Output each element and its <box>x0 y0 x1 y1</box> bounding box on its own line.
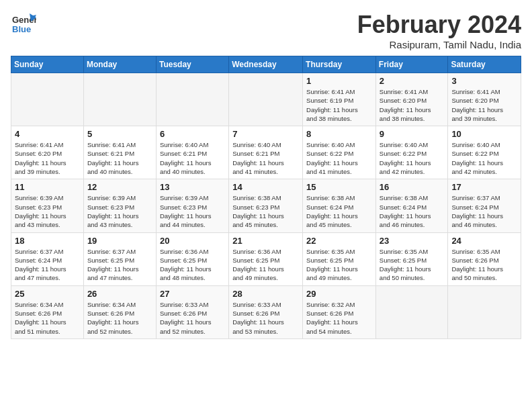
day-number: 4 <box>15 129 80 139</box>
day-number: 9 <box>380 129 445 139</box>
weekday-header: Friday <box>375 56 448 73</box>
calendar-cell: 1Sunrise: 6:41 AM Sunset: 6:19 PM Daylig… <box>303 73 376 126</box>
day-number: 27 <box>160 289 225 299</box>
calendar-cell: 7Sunrise: 6:40 AM Sunset: 6:21 PM Daylig… <box>229 126 303 179</box>
calendar-cell: 11Sunrise: 6:39 AM Sunset: 6:23 PM Dayli… <box>11 179 84 232</box>
day-info: Sunrise: 6:40 AM Sunset: 6:22 PM Dayligh… <box>451 140 517 176</box>
day-info: Sunrise: 6:36 AM Sunset: 6:25 PM Dayligh… <box>160 247 225 283</box>
day-number: 18 <box>15 236 80 246</box>
calendar-cell: 29Sunrise: 6:32 AM Sunset: 6:26 PM Dayli… <box>303 285 376 338</box>
day-info: Sunrise: 6:39 AM Sunset: 6:23 PM Dayligh… <box>160 193 225 229</box>
day-info: Sunrise: 6:40 AM Sunset: 6:21 PM Dayligh… <box>232 140 299 176</box>
day-info: Sunrise: 6:38 AM Sunset: 6:24 PM Dayligh… <box>306 193 372 229</box>
day-number: 15 <box>306 182 372 192</box>
day-number: 12 <box>87 182 152 192</box>
calendar-cell: 9Sunrise: 6:40 AM Sunset: 6:22 PM Daylig… <box>375 126 448 179</box>
logo-icon: General Blue <box>11 11 36 36</box>
calendar-cell <box>83 73 156 126</box>
calendar-cell <box>448 285 521 338</box>
weekday-header: Tuesday <box>156 56 228 73</box>
calendar-week-row: 18Sunrise: 6:37 AM Sunset: 6:24 PM Dayli… <box>11 232 521 285</box>
day-number: 6 <box>160 129 225 139</box>
calendar-cell <box>156 73 228 126</box>
calendar-week-row: 25Sunrise: 6:34 AM Sunset: 6:26 PM Dayli… <box>11 285 521 338</box>
day-info: Sunrise: 6:41 AM Sunset: 6:21 PM Dayligh… <box>87 140 152 176</box>
day-number: 21 <box>232 236 299 246</box>
day-number: 22 <box>306 236 372 246</box>
day-number: 3 <box>451 76 517 86</box>
weekday-header: Monday <box>83 56 156 73</box>
calendar-cell: 21Sunrise: 6:36 AM Sunset: 6:25 PM Dayli… <box>229 232 303 285</box>
calendar-cell: 10Sunrise: 6:40 AM Sunset: 6:22 PM Dayli… <box>448 126 521 179</box>
day-number: 10 <box>451 129 517 139</box>
day-number: 17 <box>451 182 517 192</box>
calendar-cell: 25Sunrise: 6:34 AM Sunset: 6:26 PM Dayli… <box>11 285 84 338</box>
calendar-cell: 22Sunrise: 6:35 AM Sunset: 6:25 PM Dayli… <box>303 232 376 285</box>
calendar-cell: 16Sunrise: 6:38 AM Sunset: 6:24 PM Dayli… <box>375 179 448 232</box>
day-info: Sunrise: 6:33 AM Sunset: 6:26 PM Dayligh… <box>232 300 299 336</box>
day-number: 14 <box>232 182 299 192</box>
calendar-cell: 8Sunrise: 6:40 AM Sunset: 6:22 PM Daylig… <box>303 126 376 179</box>
day-info: Sunrise: 6:34 AM Sunset: 6:26 PM Dayligh… <box>87 300 152 336</box>
calendar-week-row: 4Sunrise: 6:41 AM Sunset: 6:20 PM Daylig… <box>11 126 521 179</box>
calendar-cell: 15Sunrise: 6:38 AM Sunset: 6:24 PM Dayli… <box>303 179 376 232</box>
day-number: 7 <box>232 129 299 139</box>
calendar-cell: 4Sunrise: 6:41 AM Sunset: 6:20 PM Daylig… <box>11 126 84 179</box>
weekday-header: Saturday <box>448 56 521 73</box>
calendar-cell: 14Sunrise: 6:38 AM Sunset: 6:23 PM Dayli… <box>229 179 303 232</box>
day-info: Sunrise: 6:39 AM Sunset: 6:23 PM Dayligh… <box>87 193 152 229</box>
weekday-header: Sunday <box>11 56 84 73</box>
logo: General Blue <box>11 11 36 36</box>
calendar-cell: 26Sunrise: 6:34 AM Sunset: 6:26 PM Dayli… <box>83 285 156 338</box>
day-number: 25 <box>15 289 80 299</box>
day-info: Sunrise: 6:38 AM Sunset: 6:23 PM Dayligh… <box>232 193 299 229</box>
calendar-cell: 17Sunrise: 6:37 AM Sunset: 6:24 PM Dayli… <box>448 179 521 232</box>
day-info: Sunrise: 6:41 AM Sunset: 6:20 PM Dayligh… <box>380 87 445 123</box>
calendar-cell: 28Sunrise: 6:33 AM Sunset: 6:26 PM Dayli… <box>229 285 303 338</box>
day-info: Sunrise: 6:32 AM Sunset: 6:26 PM Dayligh… <box>306 300 372 336</box>
day-info: Sunrise: 6:34 AM Sunset: 6:26 PM Dayligh… <box>15 300 80 336</box>
calendar-title: February 2024 <box>357 11 521 39</box>
day-info: Sunrise: 6:41 AM Sunset: 6:20 PM Dayligh… <box>15 140 80 176</box>
calendar-cell: 23Sunrise: 6:35 AM Sunset: 6:25 PM Dayli… <box>375 232 448 285</box>
day-number: 29 <box>306 289 372 299</box>
calendar-cell: 6Sunrise: 6:40 AM Sunset: 6:21 PM Daylig… <box>156 126 228 179</box>
day-info: Sunrise: 6:40 AM Sunset: 6:22 PM Dayligh… <box>306 140 372 176</box>
calendar-subtitle: Rasipuram, Tamil Nadu, India <box>357 39 521 50</box>
day-number: 2 <box>380 76 445 86</box>
calendar-cell: 2Sunrise: 6:41 AM Sunset: 6:20 PM Daylig… <box>375 73 448 126</box>
day-info: Sunrise: 6:39 AM Sunset: 6:23 PM Dayligh… <box>15 193 80 229</box>
day-info: Sunrise: 6:35 AM Sunset: 6:26 PM Dayligh… <box>451 247 517 283</box>
calendar-cell: 24Sunrise: 6:35 AM Sunset: 6:26 PM Dayli… <box>448 232 521 285</box>
day-number: 11 <box>15 182 80 192</box>
calendar-cell: 19Sunrise: 6:37 AM Sunset: 6:25 PM Dayli… <box>83 232 156 285</box>
day-number: 26 <box>87 289 152 299</box>
calendar-header-row: SundayMondayTuesdayWednesdayThursdayFrid… <box>11 56 521 73</box>
day-info: Sunrise: 6:37 AM Sunset: 6:24 PM Dayligh… <box>15 247 80 283</box>
calendar-cell: 5Sunrise: 6:41 AM Sunset: 6:21 PM Daylig… <box>83 126 156 179</box>
calendar-cell: 27Sunrise: 6:33 AM Sunset: 6:26 PM Dayli… <box>156 285 228 338</box>
calendar-week-row: 11Sunrise: 6:39 AM Sunset: 6:23 PM Dayli… <box>11 179 521 232</box>
day-number: 20 <box>160 236 225 246</box>
day-info: Sunrise: 6:37 AM Sunset: 6:25 PM Dayligh… <box>87 247 152 283</box>
calendar-cell: 18Sunrise: 6:37 AM Sunset: 6:24 PM Dayli… <box>11 232 84 285</box>
calendar-cell: 3Sunrise: 6:41 AM Sunset: 6:20 PM Daylig… <box>448 73 521 126</box>
title-block: February 2024 Rasipuram, Tamil Nadu, Ind… <box>357 11 521 50</box>
day-info: Sunrise: 6:35 AM Sunset: 6:25 PM Dayligh… <box>380 247 445 283</box>
day-number: 13 <box>160 182 225 192</box>
day-info: Sunrise: 6:38 AM Sunset: 6:24 PM Dayligh… <box>380 193 445 229</box>
day-number: 19 <box>87 236 152 246</box>
weekday-header: Wednesday <box>229 56 303 73</box>
day-info: Sunrise: 6:35 AM Sunset: 6:25 PM Dayligh… <box>306 247 372 283</box>
day-number: 16 <box>380 182 445 192</box>
day-number: 5 <box>87 129 152 139</box>
day-info: Sunrise: 6:40 AM Sunset: 6:22 PM Dayligh… <box>380 140 445 176</box>
day-number: 24 <box>451 236 517 246</box>
day-number: 1 <box>306 76 372 86</box>
calendar-cell <box>11 73 84 126</box>
day-info: Sunrise: 6:33 AM Sunset: 6:26 PM Dayligh… <box>160 300 225 336</box>
day-info: Sunrise: 6:36 AM Sunset: 6:25 PM Dayligh… <box>232 247 299 283</box>
calendar-cell <box>375 285 448 338</box>
page-header: General Blue February 2024 Rasipuram, Ta… <box>11 11 521 50</box>
weekday-header: Thursday <box>303 56 376 73</box>
